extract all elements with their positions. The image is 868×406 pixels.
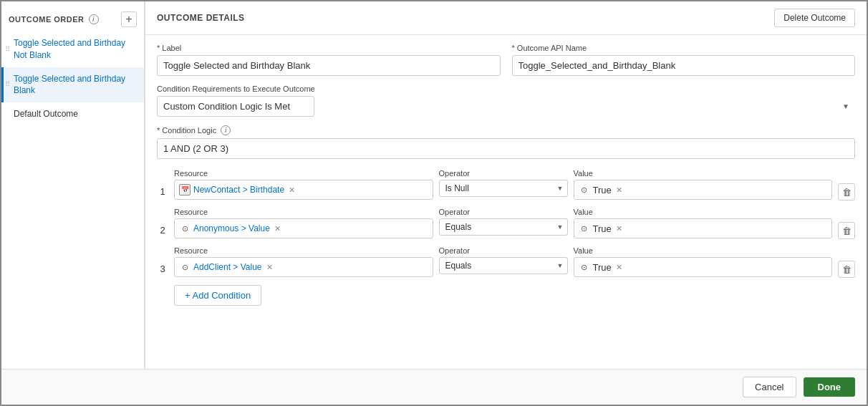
api-name-label: * Outcome API Name xyxy=(512,44,856,52)
sidebar-item-1[interactable]: ⠿ Toggle Selected and Birthday Not Blank xyxy=(1,32,144,67)
condition-requirements-group: Condition Requirements to Execute Outcom… xyxy=(157,84,855,117)
condition-row-3: 3 Resource ⊙ AddClient > Value xyxy=(157,246,855,278)
calendar-icon: 📅 xyxy=(179,184,191,195)
app-container: OUTCOME ORDER i + ⠿ Toggle Selected and … xyxy=(0,0,868,406)
condition-row-2: 2 Resource ⊙ Anonymous > Value xyxy=(157,208,855,239)
condition-1-operator-wrapper: Operator Is Null Equals Not Equals ▼ xyxy=(439,169,568,200)
content-title: OUTCOME DETAILS xyxy=(157,13,245,23)
condition-num-1: 1 xyxy=(157,169,168,197)
resource-col-label: Resource xyxy=(174,169,433,178)
condition-1-resource-wrapper: Resource 📅 NewContact > Birthdate ✕ xyxy=(174,169,433,200)
condition-1-value-label: True xyxy=(593,185,612,195)
done-button[interactable]: Done xyxy=(804,377,856,397)
label-label: * Label xyxy=(157,44,501,52)
resource-col-label-2: Resource xyxy=(174,208,433,216)
condition-3-operator-wrapper: Operator Equals Is Null Not Equals ▼ xyxy=(439,246,568,277)
label-row: * Label * Outcome API Name xyxy=(157,44,855,76)
condition-logic-section: * Condition Logic i xyxy=(157,125,855,159)
condition-1-resource-remove[interactable]: ✕ xyxy=(289,185,295,195)
condition-requirements-select-wrapper: Custom Condition Logic Is Met All Condit… xyxy=(157,96,855,117)
sidebar-item-default[interactable]: Default Outcome xyxy=(1,102,144,126)
condition-3-resource-box[interactable]: ⊙ AddClient > Value ✕ xyxy=(174,257,433,277)
content-header: OUTCOME DETAILS Delete Outcome xyxy=(145,1,867,35)
sidebar-item-label: Default Outcome xyxy=(14,109,78,119)
main-area: OUTCOME ORDER i + ⠿ Toggle Selected and … xyxy=(1,1,867,369)
delete-outcome-button[interactable]: Delete Outcome xyxy=(774,9,855,27)
toggle-icon-r2: ⊙ xyxy=(179,223,191,234)
condition-2-resource-remove[interactable]: ✕ xyxy=(274,224,281,233)
drag-handle: ⠿ xyxy=(5,44,10,54)
toggle-icon-v2: ⊙ xyxy=(579,223,590,234)
condition-2-resource-label: Anonymous > Value xyxy=(193,223,270,233)
condition-3-resource-label: AddClient > Value xyxy=(193,262,262,272)
value-col-label: Value xyxy=(574,169,833,178)
condition-1-value-wrapper: Value ⊙ True ✕ xyxy=(574,169,833,200)
info-icon[interactable]: i xyxy=(89,14,99,24)
content-body: * Label * Outcome API Name Condition Req… xyxy=(145,35,867,369)
condition-1-value-box[interactable]: ⊙ True ✕ xyxy=(574,180,833,200)
value-col-label-3: Value xyxy=(574,246,833,255)
condition-logic-label: * Condition Logic xyxy=(157,126,216,135)
condition-num-3: 3 xyxy=(157,246,168,274)
condition-2-value-label: True xyxy=(593,223,612,234)
condition-3-value-label: True xyxy=(593,262,612,273)
sidebar: OUTCOME ORDER i + ⠿ Toggle Selected and … xyxy=(1,1,145,369)
footer: Cancel Done xyxy=(1,369,867,405)
condition-2-value-remove[interactable]: ✕ xyxy=(616,224,622,233)
condition-3-resource-remove[interactable]: ✕ xyxy=(266,263,273,272)
condition-3-operator-select[interactable]: Equals Is Null Not Equals xyxy=(439,257,568,274)
condition-2-delete-button[interactable]: 🗑 xyxy=(838,222,855,239)
value-col-label-2: Value xyxy=(574,208,833,216)
condition-logic-input[interactable] xyxy=(157,138,855,159)
condition-3-value-box[interactable]: ⊙ True ✕ xyxy=(574,257,833,277)
conditions-section: 1 Resource 📅 NewContact > Birthdate xyxy=(157,169,855,306)
operator-col-label-2: Operator xyxy=(439,208,568,216)
sidebar-item-label: Toggle Selected and Birthday Not Blank xyxy=(14,38,125,60)
drag-handle: ⠿ xyxy=(5,79,10,90)
toggle-icon-v3: ⊙ xyxy=(579,261,590,273)
toggle-icon-r3: ⊙ xyxy=(179,261,191,273)
condition-1-value-remove[interactable]: ✕ xyxy=(616,185,622,195)
api-name-input[interactable] xyxy=(512,55,856,76)
api-name-group: * Outcome API Name xyxy=(512,44,856,76)
condition-row-1: 1 Resource 📅 NewContact > Birthdate xyxy=(157,169,855,200)
condition-1-resource-box[interactable]: 📅 NewContact > Birthdate ✕ xyxy=(174,180,433,200)
condition-requirements-select[interactable]: Custom Condition Logic Is Met All Condit… xyxy=(157,96,314,117)
condition-2-value-box[interactable]: ⊙ True ✕ xyxy=(574,218,833,238)
cancel-button[interactable]: Cancel xyxy=(743,377,796,397)
condition-1-delete-button[interactable]: 🗑 xyxy=(838,183,855,200)
add-outcome-button[interactable]: + xyxy=(121,11,137,27)
condition-logic-info-icon[interactable]: i xyxy=(221,125,231,135)
condition-2-resource-wrapper: Resource ⊙ Anonymous > Value ✕ xyxy=(174,208,433,238)
condition-3-delete-button[interactable]: 🗑 xyxy=(838,261,855,278)
chevron-down-icon: ▼ xyxy=(842,102,849,110)
condition-3-value-remove[interactable]: ✕ xyxy=(616,263,622,272)
condition-3-value-wrapper: Value ⊙ True ✕ xyxy=(574,246,833,277)
condition-2-operator-wrapper: Operator Equals Is Null Not Equals ▼ xyxy=(439,208,568,238)
sidebar-header: OUTCOME ORDER i + xyxy=(1,7,144,32)
resource-col-label-3: Resource xyxy=(174,246,433,255)
condition-num-2: 2 xyxy=(157,208,168,236)
condition-1-resource-label: NewContact > Birthdate xyxy=(193,185,284,195)
condition-2-value-wrapper: Value ⊙ True ✕ xyxy=(574,208,833,238)
label-input[interactable] xyxy=(157,55,501,76)
label-group: * Label xyxy=(157,44,501,76)
sidebar-item-label: Toggle Selected and Birthday Blank xyxy=(14,74,125,96)
operator-col-label: Operator xyxy=(439,169,568,178)
condition-requirements-label: Condition Requirements to Execute Outcom… xyxy=(157,84,855,93)
condition-3-resource-wrapper: Resource ⊙ AddClient > Value ✕ xyxy=(174,246,433,277)
condition-2-resource-box[interactable]: ⊙ Anonymous > Value ✕ xyxy=(174,218,433,238)
content-area: OUTCOME DETAILS Delete Outcome * Label *… xyxy=(145,1,867,369)
sidebar-title: OUTCOME ORDER xyxy=(9,15,85,24)
operator-col-label-3: Operator xyxy=(439,246,568,255)
condition-2-operator-select[interactable]: Equals Is Null Not Equals xyxy=(439,218,568,236)
add-condition-button[interactable]: + Add Condition xyxy=(174,285,261,306)
sidebar-item-2[interactable]: ⠿ Toggle Selected and Birthday Blank xyxy=(1,67,144,103)
condition-1-operator-select[interactable]: Is Null Equals Not Equals xyxy=(439,180,568,197)
condition-logic-label-row: * Condition Logic i xyxy=(157,125,855,135)
toggle-icon-1: ⊙ xyxy=(579,184,590,195)
